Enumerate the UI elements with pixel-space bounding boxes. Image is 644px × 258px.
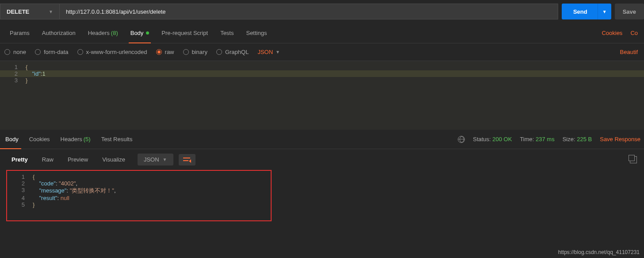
chevron-down-icon: ▼ [49, 9, 53, 14]
resp-tab-body[interactable]: Body [0, 130, 24, 149]
radio-icon [77, 49, 83, 55]
view-raw[interactable]: Raw [36, 154, 60, 166]
footer-watermark: https://blog.csdn.net/qq_41107231 [558, 249, 640, 255]
radio-icon [35, 49, 41, 55]
tab-params[interactable]: Params [4, 23, 36, 43]
raw-type-select[interactable]: JSON▼ [257, 49, 280, 55]
response-toolbar: Pretty Raw Preview Visualize JSON▼ [0, 149, 644, 170]
view-visualize[interactable]: Visualize [96, 154, 131, 166]
response-meta: Status: 200 OK Time: 237 ms Size: 225 B … [458, 136, 644, 143]
cookies-link[interactable]: Cookies [602, 30, 622, 36]
code-link[interactable]: Co [630, 30, 638, 36]
radio-icon [183, 49, 189, 55]
radio-binary[interactable]: binary [183, 49, 207, 55]
radio-formdata[interactable]: form-data [35, 49, 69, 55]
chevron-down-icon: ▼ [163, 157, 167, 162]
radio-icon [4, 49, 10, 55]
radio-icon [156, 49, 162, 55]
copy-icon[interactable] [630, 156, 637, 163]
view-preview[interactable]: Preview [61, 154, 94, 166]
tab-prerequest[interactable]: Pre-request Script [155, 23, 214, 43]
request-body-editor[interactable]: 1{ 2 "id":1 3} [0, 61, 644, 130]
globe-icon[interactable] [458, 136, 465, 143]
tab-right-links: Cookies Co [602, 30, 640, 36]
response-tabs: Body Cookies Headers(5) Test Results Sta… [0, 130, 644, 149]
wrap-lines-button[interactable] [179, 154, 196, 166]
url-input[interactable]: http://127.0.0.1:8081/api/v1/user/delete [60, 4, 558, 19]
resp-tab-cookies[interactable]: Cookies [24, 130, 55, 149]
beautify-link[interactable]: Beautif [620, 49, 640, 55]
wrap-icon [183, 157, 191, 163]
time-label: Time: 237 ms [520, 136, 554, 142]
radio-none[interactable]: none [4, 49, 26, 55]
http-method-select[interactable]: DELETE ▼ [0, 4, 60, 19]
response-type-select[interactable]: JSON▼ [138, 154, 173, 166]
save-button[interactable]: Save [615, 4, 644, 19]
status-label: Status: 200 OK [473, 136, 512, 142]
send-button[interactable]: Send [562, 4, 599, 19]
radio-raw[interactable]: raw [156, 49, 174, 55]
radio-urlencoded[interactable]: x-www-form-urlencoded [77, 49, 147, 55]
copy-area [630, 156, 639, 163]
chevron-down-icon: ▼ [276, 50, 280, 54]
tab-tests[interactable]: Tests [214, 23, 240, 43]
resp-tab-tests[interactable]: Test Results [96, 130, 138, 149]
dot-icon [146, 31, 149, 35]
tab-headers[interactable]: Headers(8) [82, 23, 124, 43]
save-response-button[interactable]: Save Response [600, 136, 640, 142]
url-bar: DELETE ▼ http://127.0.0.1:8081/api/v1/us… [0, 0, 644, 23]
body-type-row: none form-data x-www-form-urlencoded raw… [0, 43, 644, 61]
send-dropdown[interactable]: ▼ [598, 4, 611, 19]
view-pretty[interactable]: Pretty [5, 154, 34, 166]
resp-tab-headers[interactable]: Headers(5) [55, 130, 96, 149]
response-body-editor[interactable]: 1{ 2 "code": "4002", 3 "message": "类型转换不… [6, 170, 272, 221]
method-label: DELETE [7, 8, 29, 15]
radio-icon [216, 49, 222, 55]
radio-graphql[interactable]: GraphQL [216, 49, 249, 55]
request-tabs: Params Authorization Headers(8) Body Pre… [0, 23, 644, 43]
tab-authorization[interactable]: Authorization [36, 23, 82, 43]
tab-settings[interactable]: Settings [240, 23, 273, 43]
size-label: Size: 225 B [563, 136, 592, 142]
tab-body[interactable]: Body [124, 23, 156, 43]
